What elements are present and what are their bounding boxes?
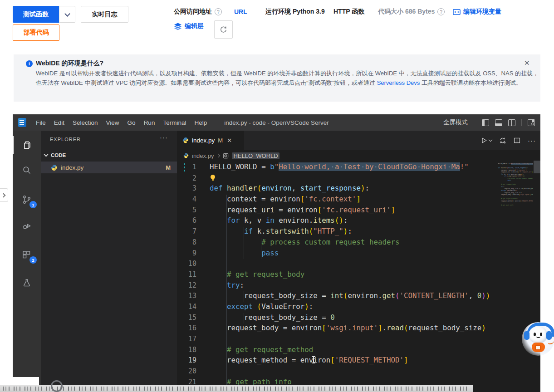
support-mascot-widget[interactable] [520,321,554,358]
breadcrumb-symbol[interactable]: HELLO_WORLD [232,152,279,159]
edit-env-vars-text: 编辑环境变量 [463,8,501,16]
test-function-button[interactable]: 测试函数 [13,6,59,23]
customize-layout-icon[interactable] [528,119,535,126]
menu-item-go[interactable]: Go [123,119,140,126]
breadcrumb-file[interactable]: index.py [192,152,214,159]
code-editor[interactable]: 1HELLO_WORLD = b"Hello·world,·a·Test·by·… [177,162,498,392]
help-question-icon[interactable]: ? [437,8,445,15]
openvscode-logo-icon [18,118,26,127]
breadcrumb[interactable]: index.py HELLO_WORLD [177,150,540,162]
webide-notice-banner: i WebIDE 的环境是什么? WebIDE 是可以帮助开发者快速进行代码测试… [14,54,540,102]
search-icon [21,165,32,176]
code-line-14: 14except (ValueError): [177,302,498,313]
code-section-label: CODE [51,152,66,158]
line-number: 6 [177,216,196,225]
sync-changes-icon[interactable] [499,137,506,144]
realtime-logs-button[interactable]: 实时日志 [81,6,128,23]
headphone-cup-left-icon [524,331,529,340]
chevron-down-icon [489,137,492,141]
code-line-15: 15request_body_size = 0 [177,313,498,324]
editor-actions: ··· [480,131,536,150]
code-line-13: 13request_body_size = int(environ.get('C… [177,291,498,302]
banner-close-icon[interactable]: ✕ [524,59,530,67]
url-link[interactable]: URL [234,7,247,17]
edit-layers-text: 编辑层 [185,22,204,30]
code-line-17: 17 [177,334,498,345]
code-size-text: 代码大小 686 Bytes [378,8,435,16]
test-function-dropdown-button[interactable] [59,6,75,23]
line-number: 4 [177,195,196,203]
code-line-2: 2 [177,173,498,184]
python-file-icon [51,164,58,171]
line-number: 14 [177,303,196,311]
run-python-file-button[interactable] [480,137,492,144]
banner-body: WebIDE 是可以帮助开发者快速进行代码测试，以及项目构建、依赖安装，但是 W… [36,69,539,88]
serverless-devs-link[interactable]: Serverless Devs [377,79,420,86]
activity-run-debug-button[interactable] [13,216,41,236]
drawer-expand-handle[interactable] [0,188,8,202]
file-item-indexpy[interactable]: index.py M [41,162,177,173]
code-section-header[interactable]: CODE [41,150,177,161]
line-number: 13 [177,292,196,300]
line-number: 20 [177,367,196,375]
menu-item-edit[interactable]: Edit [50,119,69,126]
menu-item-view[interactable]: View [102,119,123,126]
window-code-icon [453,9,461,15]
line-number: 15 [177,314,196,322]
line-number: 11 [177,270,196,279]
split-editor-icon[interactable] [513,137,521,144]
code-line-4: 4context = environ['fc.context'] [177,195,498,206]
tab-close-icon[interactable]: ✕ [227,137,232,144]
split-editor-icon[interactable] [508,119,515,126]
edit-layers-link[interactable]: 编辑层 [174,21,204,31]
explorer-header: EXPLORER [50,137,81,142]
runtime-label: 运行环境 Python 3.9 [265,7,325,17]
tab-indexpy[interactable]: index.py M ✕ [177,131,244,150]
toggle-panel-icon[interactable] [495,119,502,126]
toggle-sidebar-icon[interactable] [482,119,489,126]
line-number: 5 [177,206,196,214]
titlebar: FileEditSelectionViewGoRunTerminalHelp i… [13,114,540,131]
window-title: index.py - code - OpenVSCode Server [224,119,328,126]
activity-source-control-button[interactable]: 1 [13,190,41,210]
activity-extensions-button[interactable]: 2 [13,245,41,265]
editor-group: index.py M ✕ ··· index.py [177,131,540,392]
menu-item-run[interactable]: Run [140,119,159,126]
deploy-code-button[interactable]: 部署代码 [13,24,59,41]
banner-text-2: 工具的端云联调功能在本地进行测试。 [420,79,522,86]
line-number: 12 [177,281,196,289]
edit-env-vars-link[interactable]: 编辑环境变量 [453,7,501,17]
scrollbar-slider[interactable] [534,161,540,173]
code-line-9: 9pass [177,249,498,260]
activity-testing-button[interactable] [13,273,41,293]
layers-icon [174,23,182,30]
text-cursor-pointer [313,357,314,363]
activity-search-button[interactable] [13,161,41,181]
activity-explorer-button[interactable] [13,135,41,155]
help-question-icon[interactable]: ? [215,8,222,15]
play-icon [480,137,488,144]
public-url-text: 公网访问地址 [174,8,212,16]
explorer-sidebar: EXPLORER ··· CODE index.py M [41,131,177,392]
lightbulb-code-action-icon[interactable] [210,174,216,181]
divider [521,119,522,126]
menu-item-file[interactable]: File [32,119,50,126]
chevron-right-icon [216,154,220,157]
code-line-16: 16request_body = environ['wsgi.input'].r… [177,323,498,334]
clipped-logo-icon [51,380,63,392]
extensions-badge: 2 [29,256,37,264]
python-file-icon [183,153,189,158]
more-actions-icon[interactable]: ··· [160,133,168,141]
more-actions-icon[interactable]: ··· [528,137,536,144]
menu-item-help[interactable]: Help [190,119,211,126]
fullscreen-mode-label[interactable]: 全屏模式 [443,118,468,127]
menu-item-terminal[interactable]: Terminal [159,119,190,126]
code-line-20: 20 [177,367,498,377]
code-line-11: 11# get request_body [177,270,498,281]
refresh-button[interactable] [214,20,233,39]
line-number: 3 [177,184,196,192]
menu-item-selection[interactable]: Selection [69,119,102,126]
headphone-cup-right-icon [546,331,552,340]
chevron-down-icon [64,11,70,17]
code-line-10: 10 [177,259,498,270]
